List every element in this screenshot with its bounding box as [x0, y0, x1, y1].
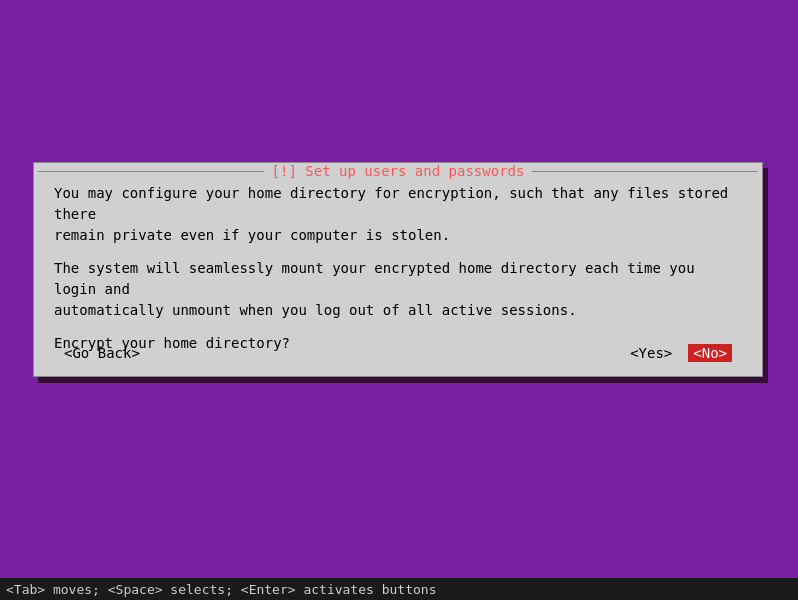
status-bar: <Tab> moves; <Space> selects; <Enter> ac… — [0, 578, 798, 600]
yes-button[interactable]: <Yes> — [630, 345, 672, 361]
go-back-button[interactable]: <Go Back> — [64, 345, 140, 361]
paragraph2: The system will seamlessly mount your en… — [54, 258, 742, 321]
dialog-title: [!] Set up users and passwords — [268, 163, 529, 179]
no-button[interactable]: <No> — [688, 344, 732, 362]
title-line-left — [38, 171, 264, 172]
paragraph1: You may configure your home directory fo… — [54, 183, 742, 246]
status-bar-text: <Tab> moves; <Space> selects; <Enter> ac… — [6, 582, 436, 597]
dialog-buttons: <Go Back> <Yes> <No> — [34, 344, 762, 362]
dialog-content: You may configure your home directory fo… — [34, 163, 762, 364]
right-buttons: <Yes> <No> — [630, 344, 732, 362]
dialog-title-bar: [!] Set up users and passwords — [34, 162, 762, 180]
title-line-right — [532, 171, 758, 172]
dialog: [!] Set up users and passwords You may c… — [33, 162, 763, 377]
